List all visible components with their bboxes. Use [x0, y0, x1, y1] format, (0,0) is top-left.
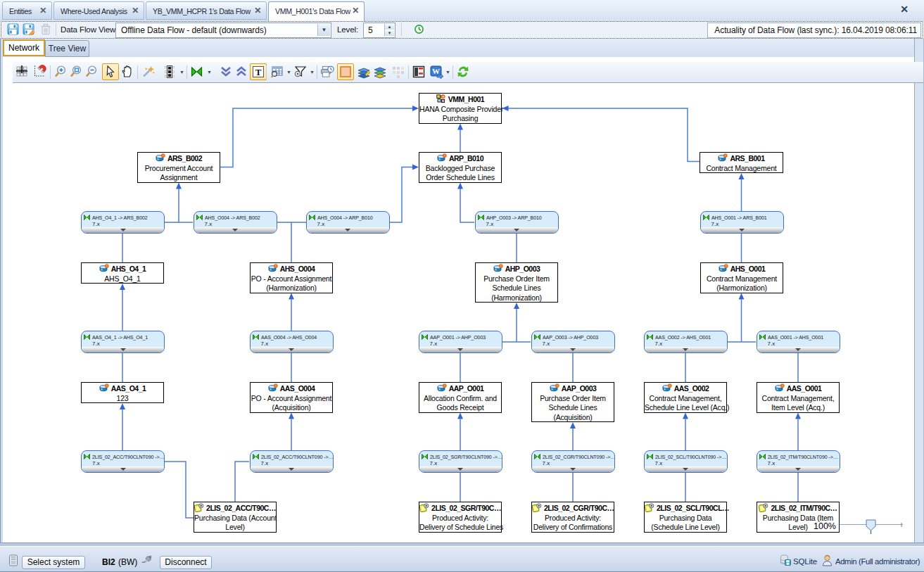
svg-text:T: T [255, 67, 262, 77]
svg-text:W: W [432, 67, 440, 75]
